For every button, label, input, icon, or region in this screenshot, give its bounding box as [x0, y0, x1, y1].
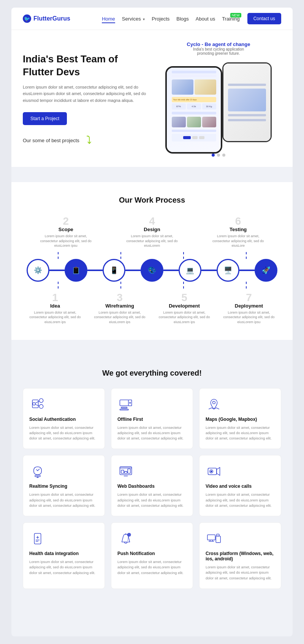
nav-link-home[interactable]: Home	[102, 16, 115, 23]
step-6-number: 6	[212, 216, 265, 227]
svg-rect-21	[128, 469, 130, 473]
health-icon	[29, 530, 46, 547]
step-5-name: Development	[158, 303, 211, 309]
feature-social-auth: Social Authentication Lorem ipsum dolor …	[23, 388, 105, 449]
nav-item-home[interactable]: Home	[102, 15, 115, 22]
nav-links: Home Services ▾ Projects Blogs About us …	[102, 15, 239, 22]
contact-button[interactable]: Contact us	[247, 13, 281, 24]
features-grid: Social Authentication Lorem ipsum dolor …	[23, 388, 281, 589]
step-1-number: 1	[28, 292, 82, 303]
deployment-icon: 🚀	[262, 266, 270, 274]
new-badge: NEW	[230, 13, 241, 17]
nav-item-services[interactable]: Services ▾	[122, 15, 145, 22]
dashboard-name: Web Dashboards	[117, 484, 187, 489]
svg-point-2	[39, 404, 43, 408]
step-5-desc: Lorem ipsum dolor sit amet, consectetur …	[158, 310, 211, 325]
svg-rect-16	[37, 477, 38, 478]
svg-point-26	[211, 471, 212, 472]
process-timeline: ⚙️ 📋 📱 🎨 💻	[23, 252, 281, 289]
feature-push: Push Notification Lorem ipsum dolor sit …	[111, 522, 193, 589]
step-1-name: Idea	[28, 303, 82, 309]
start-project-button[interactable]: Start a Project	[23, 112, 67, 125]
steps-top: 2 Scope Lorem ipsum dolor sit amet, cons…	[23, 216, 281, 248]
dev-icon: 💻	[186, 266, 194, 274]
app-desc: India's best cycling applicationpromotin…	[187, 47, 250, 56]
dot-3[interactable]	[222, 154, 225, 157]
scope-icon: 📋	[72, 266, 80, 274]
step-4-name: Design	[125, 227, 179, 232]
idea-icon: ⚙️	[34, 266, 42, 274]
step-2-number: 2	[39, 216, 92, 227]
nav-link-services[interactable]: Services ▾	[122, 16, 145, 22]
timeline-row: ⚙️ 📋 📱 🎨 💻	[27, 259, 277, 282]
nav-item-about[interactable]: About us	[196, 15, 215, 22]
feature-crossplatform: Cross platform (Windows, web, ios, andro…	[199, 522, 281, 589]
covered-section: We got everything covered! Social Authen…	[11, 355, 293, 604]
feature-dashboard: Web Dashboards Lorem ipsum dolor sit ame…	[111, 455, 193, 516]
step-idea: 1 Idea Lorem ipsum dolor sit amet, conse…	[28, 292, 82, 325]
navbar: FlutterGurus Home Services ▾ Projects Bl…	[11, 8, 293, 30]
hero-projects-label: Our some of best projects ⤵	[23, 134, 148, 146]
phone-mockup: Your ride ends after 10 days 87% 4.5k 30…	[165, 59, 272, 150]
step-4-number: 4	[125, 216, 179, 227]
video-name: Video and voice calls	[206, 484, 275, 489]
svg-rect-23	[208, 468, 216, 475]
offline-svg	[119, 397, 133, 412]
push-svg	[119, 531, 133, 546]
svg-point-32	[127, 533, 131, 536]
step-4-desc: Lorem ipsum dolor sit amet, consectetur …	[125, 234, 179, 248]
hero-section: India's Best Team of Flutter Devs Lorem …	[11, 30, 293, 167]
step-5-number: 5	[158, 292, 211, 303]
svg-rect-18	[120, 467, 131, 469]
dot-1[interactable]	[212, 154, 215, 157]
feature-health: Health data integration Lorem ipsum dolo…	[23, 522, 105, 589]
social-auth-icon	[29, 396, 46, 413]
svg-marker-24	[217, 468, 220, 476]
nav-item-training[interactable]: Training NEW	[222, 15, 239, 22]
nav-link-projects[interactable]: Projects	[152, 16, 169, 22]
svg-rect-7	[121, 407, 127, 408]
realtime-svg	[30, 464, 45, 479]
brand-name: FlutterGurus	[33, 15, 70, 22]
maps-svg	[207, 397, 221, 412]
step-deployment: 7 Deployment Lorem ipsum dolor sit amet,…	[222, 292, 276, 325]
push-desc: Lorem ipsum dolor sit amet, consectetur …	[117, 559, 187, 576]
hero-right: Cyclo - Be agent of change India's best …	[156, 41, 281, 157]
nav-item-projects[interactable]: Projects	[152, 15, 169, 22]
svg-rect-19	[121, 470, 124, 474]
offline-icon	[117, 396, 134, 413]
nav-link-blogs[interactable]: Blogs	[176, 16, 189, 22]
crossplatform-desc: Lorem ipsum dolor sit amet, consectetur …	[206, 565, 275, 581]
nav-link-about[interactable]: About us	[196, 16, 215, 22]
hero-description: Lorem ipsum dolor sit amet, consectetur …	[23, 84, 148, 104]
carousel-dots	[212, 154, 225, 157]
step-testing: 6 Testing Lorem ipsum dolor sit amet, co…	[212, 216, 265, 248]
feature-realtime: Realtime Syncing Lorem ipsum dolor sit a…	[23, 455, 105, 516]
dashboard-svg	[119, 464, 133, 479]
covered-title: We got everything covered!	[23, 369, 281, 378]
realtime-desc: Lorem ipsum dolor sit amet, consectetur …	[29, 492, 98, 508]
social-auth-svg	[30, 397, 45, 412]
timeline-circle-design: 🎨	[141, 259, 163, 282]
work-process-title: Our Work Process	[23, 196, 281, 205]
nav-item-blogs[interactable]: Blogs	[176, 15, 189, 22]
step-2-desc: Lorem ipsum dolor sit amet, consectetur …	[39, 234, 92, 248]
step-scope: 2 Scope Lorem ipsum dolor sit amet, cons…	[39, 216, 92, 248]
svg-rect-8	[120, 409, 128, 410]
phone-back	[222, 62, 272, 142]
step-wireframing: 3 Wireframing Lorem ipsum dolor sit amet…	[93, 292, 146, 325]
hero-title: India's Best Team of Flutter Devs	[23, 53, 148, 79]
svg-point-14	[213, 401, 215, 404]
dot-2[interactable]	[217, 154, 220, 157]
wireframing-icon: 📱	[110, 266, 118, 274]
step-development: 5 Development Lorem ipsum dolor sit amet…	[158, 292, 211, 325]
nav-link-training[interactable]: Training NEW	[222, 16, 239, 22]
push-name: Push Notification	[117, 551, 187, 556]
svg-rect-39	[217, 534, 219, 536]
svg-rect-6	[120, 400, 128, 406]
video-svg	[207, 464, 221, 479]
timeline-circle-dev: 💻	[179, 259, 201, 282]
crossplatform-icon	[206, 530, 222, 547]
phone-front-screen: Your ride ends after 10 days 87% 4.5k 30…	[167, 68, 221, 152]
step-6-name: Testing	[212, 227, 265, 232]
